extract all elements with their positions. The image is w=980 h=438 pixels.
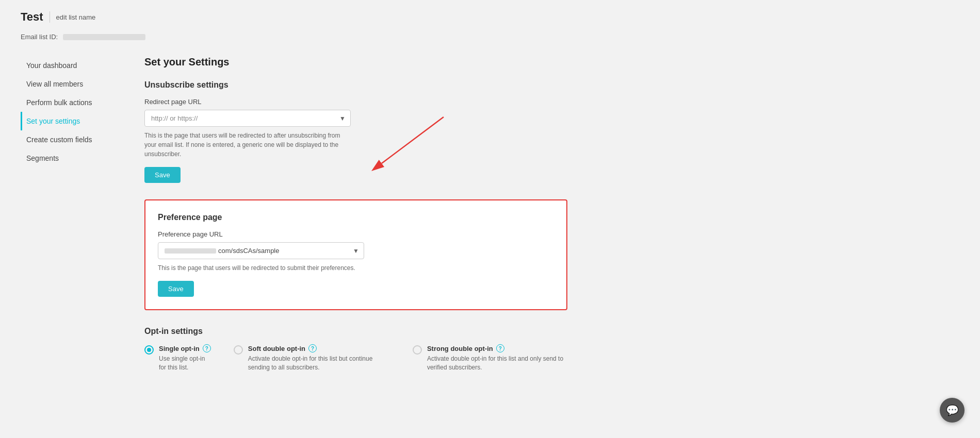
redirect-url-label: Redirect page URL [144,98,567,106]
page-header: Test edit list name [21,10,959,24]
radio-soft-double[interactable] [234,345,243,355]
preference-page-subsection-title: Preference page [158,213,554,222]
optin-soft-double-content: Soft double opt-in ? Activate double opt… [248,344,392,372]
preference-page-save-button[interactable]: Save [158,281,194,297]
page-wrapper: Test edit list name Email list ID: Your … [0,0,980,438]
radio-strong-double[interactable] [413,345,422,355]
preference-url-suffix-text: com/sdsCAs/sample [218,247,279,255]
sidebar-item-settings[interactable]: Set your settings [21,112,124,130]
radio-single[interactable] [144,345,154,355]
email-list-id-row: Email list ID: [21,33,959,41]
optin-strong-double-content: Strong double opt-in ? Activate double o… [427,344,567,372]
optin-single-title-text: Single opt-in [159,345,200,352]
unsubscribe-save-button[interactable]: Save [144,167,181,183]
page-title: Test [21,10,43,24]
email-list-id-value [63,34,145,40]
preference-page-box: Preference page Preference page URL com/… [144,199,567,310]
sidebar-item-members[interactable]: View all members [21,75,124,93]
optin-strong-double-help-icon[interactable]: ? [496,344,504,352]
optin-soft-double-desc: Activate double opt-in for this list but… [248,355,392,372]
unsubscribe-subsection-title: Unsubscribe settings [144,80,567,90]
sidebar-item-custom-fields[interactable]: Create custom fields [21,130,124,149]
main-layout: Your dashboard View all members Perform … [21,56,959,372]
email-list-id-label: Email list ID: [21,33,58,41]
optin-single-desc: Use single opt-in for this list. [159,355,213,372]
sidebar: Your dashboard View all members Perform … [21,56,124,167]
optin-strong-double-title: Strong double opt-in ? [427,344,567,352]
optin-strong-double-title-text: Strong double opt-in [427,345,493,352]
redirect-url-select-wrapper: http:// or https:// ▼ [144,110,351,127]
optin-soft-double-help-icon[interactable]: ? [308,344,317,352]
optin-option-soft-double: Soft double opt-in ? Activate double opt… [234,344,392,372]
preference-page-helper: This is the page that users will be redi… [158,263,364,273]
optin-section: Opt-in settings Single opt-in ? Use sing… [144,327,567,372]
sidebar-item-bulk[interactable]: Perform bulk actions [21,93,124,112]
set-settings-title: Set your Settings [144,56,567,68]
optin-option-single: Single opt-in ? Use single opt-in for th… [144,344,213,372]
main-content: Set your Settings Unsubscribe settings R… [144,56,567,372]
redirect-url-helper: This is the page that users will be redi… [144,131,351,159]
optin-option-strong-double: Strong double opt-in ? Activate double o… [413,344,567,372]
optin-options: Single opt-in ? Use single opt-in for th… [144,344,567,372]
chat-bubble-button[interactable]: 💬 [940,398,965,423]
sidebar-item-segments[interactable]: Segments [21,149,124,167]
optin-single-help-icon[interactable]: ? [203,344,211,352]
preference-url-select-display[interactable]: com/sdsCAs/sample [158,242,364,259]
optin-soft-double-title: Soft double opt-in ? [248,344,392,352]
chat-bubble-icon: 💬 [946,404,959,416]
unsubscribe-section: Unsubscribe settings Redirect page URL h… [144,80,567,183]
preference-url-blurred-prefix [165,248,216,254]
optin-soft-double-title-text: Soft double opt-in [248,345,305,352]
preference-url-select-wrapper: com/sdsCAs/sample ▼ [158,242,364,259]
optin-subsection-title: Opt-in settings [144,327,567,336]
optin-strong-double-desc: Activate double opt-in for this list and… [427,355,567,372]
preference-page-url-label: Preference page URL [158,230,554,238]
header-divider [50,11,50,23]
sidebar-item-dashboard[interactable]: Your dashboard [21,56,124,75]
optin-single-content: Single opt-in ? Use single opt-in for th… [159,344,213,372]
redirect-url-select[interactable]: http:// or https:// [144,110,351,127]
edit-list-name-link[interactable]: edit list name [56,13,96,21]
optin-single-title: Single opt-in ? [159,344,213,352]
